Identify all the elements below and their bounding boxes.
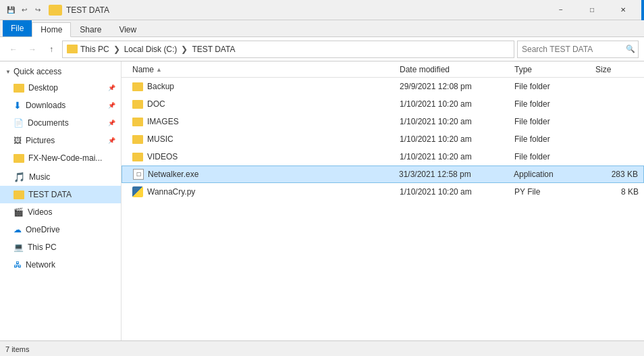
file-type-cell: Application <box>508 170 589 179</box>
up-button[interactable]: ↑ <box>43 41 59 57</box>
col-size-label: Size <box>595 65 611 74</box>
table-row[interactable]: IMAGES 1/10/2021 10:20 am File folder <box>122 113 644 130</box>
sidebar-label-pictures: Pictures <box>26 136 55 145</box>
sidebar-label-testdata: TEST DATA <box>28 190 72 199</box>
file-name-text: MUSIC <box>147 134 173 144</box>
music-icon: 🎵 <box>14 172 25 182</box>
col-header-type[interactable]: Type <box>509 61 590 77</box>
pin-icon-downloads: 📌 <box>108 102 115 109</box>
minimize-button[interactable]: − <box>545 0 576 20</box>
col-date-label: Date modified <box>400 65 450 74</box>
folder-icon-fxnewcode <box>14 154 24 163</box>
path-part-localdisk[interactable]: Local Disk (C:) <box>124 45 178 54</box>
sidebar-item-fxnewcode[interactable]: FX-New-Code-mai... <box>0 149 121 167</box>
undo-icon[interactable]: ↩ <box>19 5 30 16</box>
file-name-cell: IMAGES <box>127 117 394 126</box>
search-icon: 🔍 <box>626 45 635 53</box>
docs-icon: 📄 <box>14 118 24 128</box>
file-name-text: IMAGES <box>147 117 179 126</box>
path-sep-2: ❯ <box>181 45 188 54</box>
sidebar-item-documents[interactable]: 📄 Documents 📌 <box>0 114 121 132</box>
network-icon: 🖧 <box>14 260 22 270</box>
blue-accent-bar <box>641 0 644 20</box>
col-type-label: Type <box>514 65 532 74</box>
sidebar-header-quickaccess[interactable]: ▼ Quick access <box>0 64 121 79</box>
thispc-icon: 💻 <box>14 243 24 252</box>
sidebar-label-fxnewcode: FX-New-Code-mai... <box>28 153 102 163</box>
table-row[interactable]: ☐ Netwalker.exe 31/3/2021 12:58 pm Appli… <box>122 166 644 183</box>
search-input[interactable] <box>522 45 623 54</box>
content-wrapper: Name ▲ Date modified Type Size Backup 29… <box>122 61 644 340</box>
search-box[interactable]: 🔍 <box>517 41 639 58</box>
file-name-text: Netwalker.exe <box>148 170 198 179</box>
sidebar-item-videos[interactable]: 🎬 Videos <box>0 203 121 221</box>
file-date-cell: 1/10/2021 10:20 am <box>394 134 509 144</box>
path-part-testdata[interactable]: TEST DATA <box>192 45 235 54</box>
path-part-thispc[interactable]: This PC <box>80 45 109 54</box>
sidebar-label-onedrive: OneDrive <box>26 225 60 234</box>
quick-access-icon: 💾 <box>5 5 16 16</box>
folder-icon <box>132 135 143 144</box>
folder-icon <box>132 153 143 161</box>
file-name-cell: MUSIC <box>127 134 394 144</box>
sidebar-item-thispc[interactable]: 💻 This PC <box>0 238 121 256</box>
folder-title-icon <box>49 5 62 16</box>
path-folder-icon <box>67 45 78 53</box>
col-header-name[interactable]: Name ▲ <box>127 61 394 77</box>
sidebar-item-onedrive[interactable]: ☁ OneDrive <box>0 221 121 238</box>
folder-icon-testdata <box>14 190 24 199</box>
status-text: 7 items <box>5 345 29 353</box>
file-size-cell: 8 KB <box>590 187 644 197</box>
sidebar-label-thispc: This PC <box>28 243 57 252</box>
col-header-size[interactable]: Size <box>590 61 644 77</box>
file-date-cell: 1/10/2021 10:20 am <box>394 117 509 126</box>
window-controls: − □ ✕ <box>545 0 639 20</box>
address-bar: ← → ↑ This PC ❯ Local Disk (C:) ❯ TEST D… <box>0 37 644 61</box>
sidebar-item-network[interactable]: 🖧 Network <box>0 256 121 274</box>
col-header-date[interactable]: Date modified <box>394 61 509 77</box>
sidebar-item-music[interactable]: 🎵 Music <box>0 168 121 186</box>
file-name-cell: DOC <box>127 99 394 109</box>
pin-icon-desktop: 📌 <box>108 84 115 91</box>
py-icon <box>132 186 143 197</box>
forward-button[interactable]: → <box>24 41 41 57</box>
file-list: Backup 29/9/2021 12:08 pm File folder DO… <box>122 78 644 340</box>
table-row[interactable]: Backup 29/9/2021 12:08 pm File folder <box>122 78 644 95</box>
back-button[interactable]: ← <box>5 41 22 57</box>
sidebar: ▼ Quick access Desktop 📌 ⬇ Downloads 📌 📄… <box>0 61 122 340</box>
folder-icon <box>132 118 143 126</box>
table-row[interactable]: VIDEOS 1/10/2021 10:20 am File folder <box>122 148 644 166</box>
pin-icon-documents: 📌 <box>108 120 115 126</box>
table-row[interactable]: DOC 1/10/2021 10:20 am File folder <box>122 95 644 113</box>
pin-icon-pictures: 📌 <box>108 137 115 144</box>
pictures-icon: 🖼 <box>14 136 22 145</box>
file-name-cell: ☐ Netwalker.exe <box>128 169 394 180</box>
file-name-cell: Backup <box>127 82 394 91</box>
sidebar-item-desktop[interactable]: Desktop 📌 <box>0 79 121 97</box>
sidebar-item-pictures[interactable]: 🖼 Pictures 📌 <box>0 132 121 149</box>
tab-file[interactable]: File <box>3 20 32 36</box>
tab-share[interactable]: Share <box>71 22 110 36</box>
title-bar-icon-group: 💾 ↩ ↪ <box>5 5 43 16</box>
table-row[interactable]: WannaCry.py 1/10/2021 10:20 am PY File 8… <box>122 183 644 201</box>
table-row[interactable]: MUSIC 1/10/2021 10:20 am File folder <box>122 130 644 148</box>
file-type-cell: File folder <box>509 134 590 144</box>
maximize-button[interactable]: □ <box>576 0 608 20</box>
file-name-text: WannaCry.py <box>147 187 195 197</box>
file-name-text: DOC <box>147 99 165 109</box>
address-path[interactable]: This PC ❯ Local Disk (C:) ❯ TEST DATA <box>62 41 514 58</box>
window-title: TEST DATA <box>66 5 109 15</box>
tab-view[interactable]: View <box>110 22 145 36</box>
file-type-cell: File folder <box>509 82 590 91</box>
redo-icon[interactable]: ↪ <box>32 5 43 16</box>
close-button[interactable]: ✕ <box>608 0 639 20</box>
chevron-quickaccess: ▼ <box>5 69 11 75</box>
folder-icon <box>132 100 143 109</box>
sidebar-item-downloads[interactable]: ⬇ Downloads 📌 <box>0 97 121 114</box>
col-name-label: Name <box>132 65 154 74</box>
onedrive-icon: ☁ <box>14 225 22 234</box>
file-size-cell: 283 KB <box>589 170 643 179</box>
path-sep-1: ❯ <box>113 45 120 54</box>
sidebar-item-testdata[interactable]: TEST DATA <box>0 186 121 203</box>
tab-home[interactable]: Home <box>32 22 71 37</box>
